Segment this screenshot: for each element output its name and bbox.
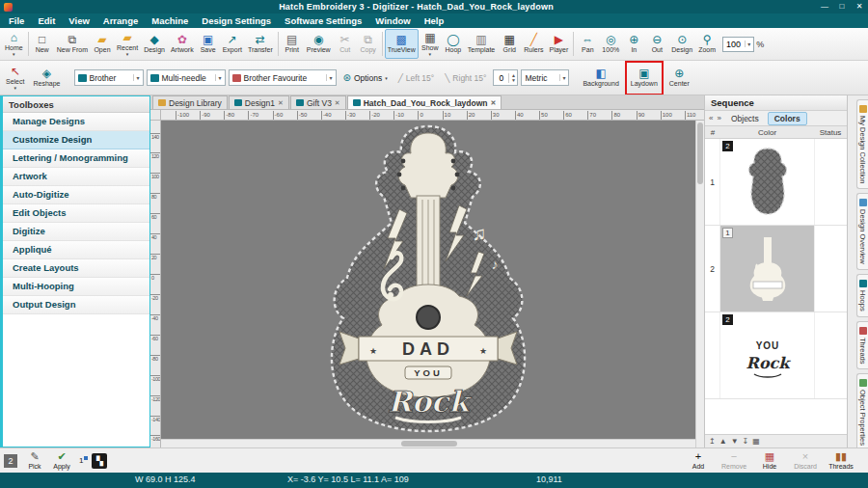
stepper-arrows-icon[interactable]: ▲▼ <box>508 73 517 83</box>
template-button[interactable]: ▥Template <box>465 29 498 59</box>
minimize-button[interactable]: — <box>816 0 833 14</box>
cut-button[interactable]: ✂Cut <box>334 29 357 59</box>
home-button[interactable]: ⌂Home▾ <box>2 29 26 59</box>
current-object-icon[interactable]: ▚ <box>92 453 107 469</box>
tab-colors[interactable]: Colors <box>768 112 807 125</box>
export-button[interactable]: ↗Export <box>220 29 245 59</box>
move-down-icon[interactable]: ▼ <box>731 437 739 446</box>
right-angle-button[interactable]: ╲ Right 15° <box>441 71 490 85</box>
threads-button[interactable]: ▮▮Threads <box>827 450 854 471</box>
new-from-button[interactable]: ⧉New From <box>54 29 91 59</box>
color-thumbnail[interactable]: 2 YOU Rock <box>720 312 814 398</box>
recent-button[interactable]: ▰Recent▾ <box>114 29 141 59</box>
zoom-100-button[interactable]: ◎100% <box>599 29 622 59</box>
docker-tab-threads[interactable]: Threads <box>856 321 868 370</box>
select-button[interactable]: ↖ Select ▾ <box>3 63 27 94</box>
menu-file[interactable]: File <box>2 14 31 28</box>
banner-text[interactable]: DAD <box>402 339 454 359</box>
docker-tab-hoops[interactable]: Hoops <box>856 274 868 317</box>
toolbox-item-output-design[interactable]: Output Design <box>3 296 149 314</box>
angle-stepper[interactable]: 0 ▲▼ <box>493 69 518 86</box>
toolbox-item-create-layouts[interactable]: Create Layouts <box>3 259 149 278</box>
player-button[interactable]: ▶Player <box>546 29 571 59</box>
save-button[interactable]: ▣Save <box>197 29 220 59</box>
menu-window[interactable]: Window <box>368 14 417 28</box>
tab-design-library[interactable]: Design Library <box>152 95 228 109</box>
tab-hatch-dad-you-rock-laydown[interactable]: Hatch_Dad_You_Rock_laydown✕ <box>347 95 502 109</box>
tab-objects[interactable]: Objects <box>724 112 766 125</box>
color-thumbnail[interactable]: 2 <box>720 139 814 225</box>
list-view-icon[interactable]: ▦ <box>752 437 760 446</box>
move-bottom-icon[interactable]: ↧ <box>743 437 749 446</box>
trueview-button[interactable]: ▩TrueView <box>385 29 419 59</box>
docker-tab-design-overview[interactable]: Design Overview <box>856 193 868 270</box>
zoom-in-button[interactable]: ⊕In <box>622 29 645 59</box>
menu-software-settings[interactable]: Software Settings <box>278 14 368 28</box>
units-select[interactable]: Metric ▾ <box>521 69 569 86</box>
design-button[interactable]: ◆Design <box>141 29 168 59</box>
close-icon[interactable]: ✕ <box>335 99 340 107</box>
add-button[interactable]: +Add <box>685 450 712 471</box>
menu-help[interactable]: Help <box>418 14 451 28</box>
sequence-row[interactable]: 2 YOU Rock <box>705 312 847 399</box>
menu-view[interactable]: View <box>62 14 95 28</box>
hoop-button[interactable]: ◯Hoop <box>442 29 465 59</box>
collapse-right-icon[interactable]: » <box>716 114 721 122</box>
background-button[interactable]: ◧ Background <box>580 63 621 94</box>
pick-button[interactable]: ✎ Pick <box>21 450 48 471</box>
toolbox-item-customize-design[interactable]: Customize Design <box>3 131 149 149</box>
maximize-button[interactable]: □ <box>833 0 851 14</box>
sequence-row[interactable]: 1 2 <box>705 139 847 226</box>
toolbox-item-appliqu[interactable]: Appliqué <box>3 241 149 259</box>
zoom-design-button[interactable]: ⊙Design <box>668 29 695 59</box>
options-button[interactable]: ⊛ Options ▾ <box>339 69 392 86</box>
reshape-button[interactable]: ◈ Reshape <box>30 63 63 94</box>
toolbox-item-edit-objects[interactable]: Edit Objects <box>3 204 149 223</box>
close-icon[interactable]: ✕ <box>491 99 497 107</box>
close-button[interactable]: ✕ <box>851 0 868 14</box>
docker-tab-object-properties[interactable]: Object Properties <box>856 373 868 447</box>
zoom-button[interactable]: ⚲Zoom <box>695 29 719 59</box>
copy-button[interactable]: ⧉Copy <box>357 29 380 59</box>
print-button[interactable]: ▤Print <box>281 29 304 59</box>
embroidery-design[interactable]: ♫ ♪ ★ DAD ★ YOU <box>161 121 695 439</box>
hide-button[interactable]: ▦Hide <box>756 450 783 471</box>
grid-button[interactable]: ▦Grid <box>498 29 521 59</box>
tab-gift-v3[interactable]: Gift V3✕ <box>290 95 346 109</box>
sequence-row[interactable]: 2 1 <box>705 226 847 312</box>
horizontal-scroll-thumb[interactable] <box>401 441 457 447</box>
artwork-button[interactable]: ✿Artwork <box>168 29 197 59</box>
needle-select[interactable]: Multi-needle ▾ <box>147 69 226 86</box>
menu-edit[interactable]: Edit <box>31 14 62 28</box>
docker-tab-my-design-collection[interactable]: My Design Collection <box>856 99 868 189</box>
menu-machine[interactable]: Machine <box>145 14 195 28</box>
tab-design1[interactable]: Design1✕ <box>229 95 289 109</box>
collapse-left-icon[interactable]: « <box>708 114 714 122</box>
color-thumbnail[interactable]: 1 <box>720 226 814 312</box>
close-icon[interactable]: ✕ <box>278 99 284 107</box>
vertical-scroll-thumb[interactable] <box>697 122 703 184</box>
toolbox-item-auto-digitize[interactable]: Auto-Digitize <box>3 186 149 204</box>
you-text[interactable]: YOU <box>414 367 443 378</box>
new-button[interactable]: □New <box>31 29 54 59</box>
transfer-button[interactable]: ⇄Transfer <box>245 29 276 59</box>
rock-text[interactable]: Rock <box>388 385 472 419</box>
discard-button[interactable]: ×Discard <box>792 450 819 471</box>
zoom-out-button[interactable]: ⊖Out <box>645 29 668 59</box>
toolbox-item-artwork[interactable]: Artwork <box>3 168 149 186</box>
menu-design-settings[interactable]: Design Settings <box>195 14 278 28</box>
favourite-select[interactable]: Brother Favourite ▾ <box>229 69 337 86</box>
vertical-scrollbar[interactable] <box>695 121 704 447</box>
move-top-icon[interactable]: ↥ <box>709 437 716 446</box>
horizontal-scrollbar[interactable] <box>161 439 695 447</box>
toolbox-item-manage-designs[interactable]: Manage Designs <box>3 113 149 131</box>
design-canvas[interactable]: ♫ ♪ ★ DAD ★ YOU <box>161 121 695 439</box>
pan-button[interactable]: ⇔Pan <box>576 29 599 59</box>
open-button[interactable]: ▰Open <box>91 29 114 59</box>
toolbox-item-lettering-monogramming[interactable]: Lettering / Monogramming <box>3 149 149 168</box>
laydown-button[interactable]: ▣ Laydown <box>628 63 661 94</box>
machine-select[interactable]: Brother ▾ <box>74 69 144 86</box>
show-button[interactable]: ▦Show▾ <box>419 29 442 59</box>
remove-button[interactable]: −Remove <box>720 450 747 471</box>
center-button[interactable]: ⊕ Center <box>666 63 692 94</box>
